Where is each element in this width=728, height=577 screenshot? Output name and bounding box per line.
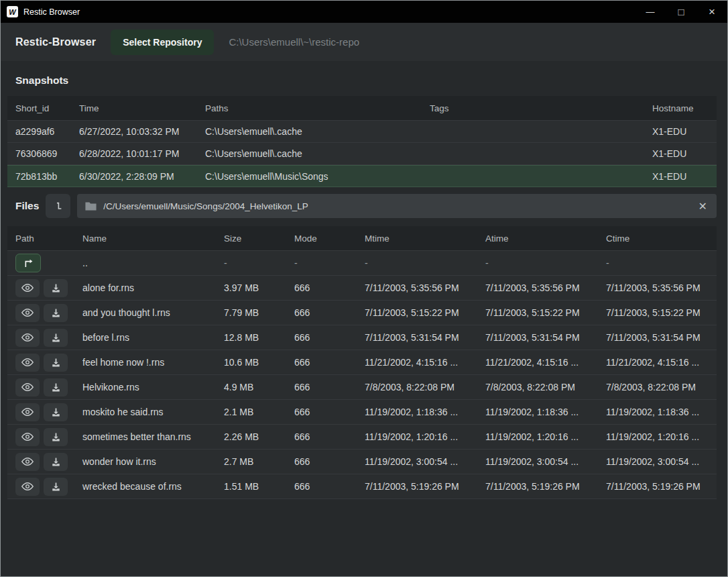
clear-path-button[interactable]: ✕ (697, 200, 709, 213)
app-window: W Restic Browser — □ × Restic-Browser Se… (0, 0, 728, 577)
toggle-tree-button[interactable] (46, 194, 70, 218)
download-icon (51, 333, 61, 343)
cell-mtime: - (365, 258, 485, 268)
cell-time: 6/28/2022, 10:01:17 PM (79, 148, 205, 159)
download-button[interactable] (44, 403, 68, 421)
minimize-button[interactable]: — (635, 1, 666, 23)
snapshot-row[interactable]: 763068696/28/2022, 10:01:17 PMC:\Users\e… (7, 143, 717, 165)
cell-ctime: 11/21/2002, 4:15:16 ... (606, 357, 717, 368)
row-actions (15, 378, 82, 397)
close-icon: ✕ (699, 201, 707, 212)
cell-ctime: 7/11/2003, 5:31:54 PM (606, 332, 717, 343)
cell-ctime: 11/19/2002, 1:18:36 ... (606, 407, 717, 417)
parent-directory-row[interactable]: ..----- (7, 251, 717, 276)
file-row[interactable]: moskito he said.rns2.1 MB66611/19/2002, … (7, 400, 717, 425)
preview-button[interactable] (15, 403, 40, 421)
cell-size: 4.9 MB (224, 382, 294, 392)
cell-mtime: 7/8/2003, 8:22:08 PM (365, 382, 485, 392)
cell-atime: 7/11/2003, 5:19:26 PM (485, 481, 606, 492)
preview-button[interactable] (15, 428, 40, 446)
file-row[interactable]: wonder how it.rns2.7 MB66611/19/2002, 3:… (7, 450, 717, 474)
cell-name: and you thought l.rns (82, 307, 224, 318)
snapshot-row[interactable]: a2299af66/27/2022, 10:03:32 PMC:\Users\e… (7, 121, 717, 143)
download-button[interactable] (44, 304, 68, 322)
titlebar: W Restic Browser — □ × (1, 1, 727, 23)
folder-icon (85, 201, 97, 211)
column-header-time: Time (79, 103, 205, 113)
parent-directory-button[interactable] (15, 254, 41, 272)
preview-button[interactable] (15, 478, 40, 496)
up-arrow-icon (23, 258, 34, 268)
window-title: Restic Browser (23, 7, 80, 17)
cell-short-id: 76306869 (15, 148, 79, 159)
cell-short-id: 72b813bb (15, 171, 79, 182)
row-actions (15, 304, 82, 322)
file-row[interactable]: before l.rns12.8 MB6667/11/2003, 5:31:54… (7, 325, 717, 350)
titlebar-left: W Restic Browser (1, 6, 80, 17)
file-row[interactable]: Helvikone.rns4.9 MB6667/8/2003, 8:22:08 … (7, 375, 717, 400)
row-actions (15, 354, 82, 372)
download-button[interactable] (44, 428, 68, 446)
preview-button[interactable] (15, 378, 40, 397)
cell-mode: 666 (294, 282, 365, 293)
file-row[interactable]: alone for.rns3.97 MB6667/11/2003, 5:35:5… (7, 276, 717, 301)
cell-name: sometimes better than.rns (82, 431, 224, 442)
row-actions (15, 254, 82, 272)
cell-atime: 11/19/2002, 3:00:54 ... (485, 456, 606, 467)
download-button[interactable] (44, 279, 68, 297)
snapshot-row[interactable]: 72b813bb6/30/2022, 2:28:09 PMC:\Users\em… (7, 165, 717, 187)
file-row[interactable]: feel home now !.rns10.6 MB66611/21/2002,… (7, 350, 717, 375)
preview-button[interactable] (15, 304, 40, 322)
cell-name: wonder how it.rns (82, 456, 224, 467)
cell-paths: C:\Users\emuell\.cache (205, 148, 430, 159)
cell-ctime: 11/19/2002, 1:20:16 ... (606, 431, 717, 442)
download-icon (51, 407, 61, 417)
preview-button[interactable] (15, 329, 40, 347)
download-icon (51, 382, 61, 392)
cell-atime: - (485, 258, 606, 268)
column-header-mtime: Mtime (365, 233, 485, 244)
column-header-ctime: Ctime (606, 233, 717, 244)
cell-mtime: 11/21/2002, 4:15:16 ... (365, 357, 485, 368)
file-row[interactable]: and you thought l.rns7.79 MB6667/11/2003… (7, 301, 717, 325)
preview-button[interactable] (15, 354, 40, 372)
cell-ctime: - (606, 258, 717, 268)
cell-mode: 666 (294, 431, 365, 442)
download-button[interactable] (44, 453, 68, 471)
maximize-button[interactable]: □ (666, 1, 696, 23)
row-actions (15, 428, 82, 446)
snapshots-table: Short_idTimePathsTagsHostname a2299af66/… (7, 96, 717, 187)
files-bar: Files /C/Users/emuell/Music/Songs/2004_H… (7, 194, 717, 218)
files-section-title: Files (7, 200, 39, 212)
cell-time: 6/27/2022, 10:03:32 PM (79, 126, 205, 137)
app-header: Restic-Browser Select Repository C:\User… (1, 23, 727, 61)
files-table-header: PathNameSizeModeMtimeAtimeCtime (7, 226, 717, 251)
cell-size: 2.1 MB (224, 407, 294, 417)
preview-button[interactable] (15, 453, 40, 471)
cell-size: 2.26 MB (224, 431, 294, 442)
cell-mode: 666 (294, 357, 365, 368)
select-repository-button[interactable]: Select Repository (111, 30, 214, 55)
cell-name: Helvikone.rns (82, 382, 224, 392)
eye-icon (21, 358, 34, 367)
download-button[interactable] (44, 329, 68, 347)
cell-mtime: 7/11/2003, 5:31:54 PM (365, 332, 485, 343)
cell-mode: - (294, 258, 365, 268)
cell-mtime: 11/19/2002, 1:20:16 ... (365, 431, 485, 442)
preview-button[interactable] (15, 279, 40, 297)
download-icon (51, 358, 61, 368)
close-button[interactable]: × (696, 1, 727, 23)
download-button[interactable] (44, 378, 68, 397)
column-header-hostname: Hostname (652, 103, 717, 113)
eye-icon (21, 407, 34, 417)
cell-atime: 11/19/2002, 1:18:36 ... (485, 407, 606, 417)
cell-ctime: 7/8/2003, 8:22:08 PM (606, 382, 717, 392)
cell-size: - (224, 258, 294, 268)
download-button[interactable] (44, 354, 68, 372)
download-button[interactable] (44, 478, 68, 496)
cell-atime: 11/19/2002, 1:20:16 ... (485, 431, 606, 442)
cell-ctime: 7/11/2003, 5:15:22 PM (606, 307, 717, 318)
file-row[interactable]: sometimes better than.rns2.26 MB66611/19… (7, 425, 717, 450)
file-row[interactable]: wrecked because of.rns1.51 MB6667/11/200… (7, 474, 717, 499)
current-path-bar[interactable]: /C/Users/emuell/Music/Songs/2004_Helveti… (77, 194, 717, 218)
